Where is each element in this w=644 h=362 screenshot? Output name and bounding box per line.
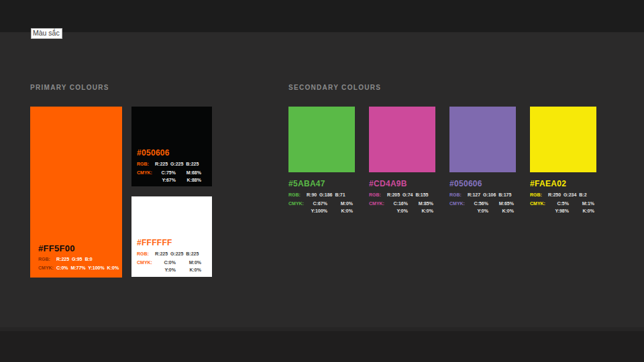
cmyk-label: CMYK: bbox=[288, 200, 307, 206]
cmyk-m: M:0% bbox=[189, 259, 201, 265]
cmyk-row: CMYK: C:67% M:0% Y:100% K:0% bbox=[288, 200, 355, 214]
cmyk-k: K:0% bbox=[421, 208, 433, 214]
cmyk-values: C:16% M:85% Y:0% K:0% bbox=[387, 200, 433, 214]
hex-label: #CD4A9B bbox=[369, 179, 435, 189]
rgb-row: RGB: R:225 G:95 B:0 bbox=[38, 256, 121, 262]
color-card-black: #050606 RGB: R:225 G:225 B:225 CMYK: C:7… bbox=[131, 107, 212, 186]
cmyk-label: CMYK: bbox=[38, 265, 56, 271]
rgb-label: RGB: bbox=[137, 161, 155, 167]
rgb-values: R:250 G:234 B:2 bbox=[548, 192, 587, 198]
cmyk-label: CMYK: bbox=[137, 259, 155, 265]
rgb-values: R:127 G:106 B:175 bbox=[468, 192, 511, 198]
cmyk-y: Y:100% bbox=[311, 208, 327, 214]
cmyk-label: CMYK: bbox=[137, 170, 155, 176]
cmyk-k: K:88% bbox=[187, 177, 201, 183]
hex-label: #FAEA02 bbox=[530, 179, 596, 189]
color-card-pink: #CD4A9B RGB: R:205 G:74 B:155 CMYK: C:16… bbox=[369, 107, 435, 214]
viewer-bottom-bar bbox=[0, 327, 644, 362]
cmyk-y: Y:0% bbox=[477, 208, 488, 214]
color-card-white: #FFFFFF RGB: R:225 G:225 B:225 CMYK: C:0… bbox=[131, 196, 212, 277]
cmyk-values: C:5% M:1% Y:98% K:0% bbox=[548, 200, 594, 214]
cmyk-y: Y:67% bbox=[162, 177, 176, 183]
cmyk-c: C:0% bbox=[164, 259, 176, 265]
section-primary-colours: PRIMARY COLOURS #FF5F00 RGB: R:225 G:95 … bbox=[30, 84, 212, 278]
cmyk-row: CMYK: C:16% M:85% Y:0% K:0% bbox=[369, 200, 435, 214]
cmyk-values: C:56% M:65% Y:0% K:0% bbox=[468, 200, 514, 214]
color-card-yellow: #FAEA02 RGB: R:250 G:234 B:2 CMYK: C:5% … bbox=[530, 107, 596, 214]
pink-swatch bbox=[369, 107, 435, 172]
hex-label: #5ABA47 bbox=[288, 179, 355, 189]
cmyk-label: CMYK: bbox=[369, 200, 387, 206]
cmyk-y: Y:0% bbox=[164, 267, 176, 273]
cmyk-m: M:1% bbox=[582, 200, 594, 206]
green-swatch bbox=[288, 107, 355, 172]
cmyk-c: C:16% bbox=[394, 200, 408, 206]
rgb-row: RGB: R:127 G:106 B:175 bbox=[449, 192, 516, 198]
color-card-orange: #FF5F00 RGB: R:225 G:95 B:0 CMYK: C:0% M… bbox=[30, 107, 122, 278]
cmyk-c: C:56% bbox=[474, 200, 488, 206]
color-card-green: #5ABA47 RGB: R:90 G:186 B:71 CMYK: C:67%… bbox=[288, 107, 355, 214]
cmyk-y: Y:0% bbox=[396, 208, 408, 214]
rgb-label: RGB: bbox=[369, 192, 387, 198]
cmyk-values: C:0% M:77% Y:100% K:0% bbox=[56, 265, 119, 271]
section-secondary-colours: SECONDARY COLOURS #5ABA47 RGB: R:90 G:18… bbox=[288, 84, 596, 214]
cmyk-c: C:75% bbox=[162, 170, 176, 176]
hex-label: #FFFFFF bbox=[137, 238, 209, 248]
rgb-row: RGB: R:90 G:186 B:71 bbox=[288, 192, 355, 198]
cmyk-row: CMYK: C:0% M:0% Y:0% K:0% bbox=[137, 259, 209, 273]
rgb-label: RGB: bbox=[38, 256, 56, 262]
purple-swatch bbox=[449, 107, 516, 172]
rgb-values: R:225 G:95 B:0 bbox=[56, 256, 93, 262]
secondary-cards: #5ABA47 RGB: R:90 G:186 B:71 CMYK: C:67%… bbox=[288, 107, 596, 214]
cmyk-m: M:85% bbox=[419, 200, 433, 206]
layer-name-tag[interactable]: Màu sắc bbox=[31, 28, 62, 39]
rgb-values: R:225 G:225 B:225 bbox=[155, 251, 199, 257]
yellow-swatch bbox=[530, 107, 596, 172]
cmyk-k: K:0% bbox=[189, 267, 201, 273]
hex-label: #FF5F00 bbox=[38, 243, 121, 253]
cmyk-row: CMYK: C:56% M:65% Y:0% K:0% bbox=[449, 200, 516, 214]
cmyk-k: K:0% bbox=[341, 208, 353, 214]
cmyk-values: C:67% M:0% Y:100% K:0% bbox=[307, 200, 353, 214]
cmyk-label: CMYK: bbox=[449, 200, 468, 206]
primary-right-column: #050606 RGB: R:225 G:225 B:225 CMYK: C:7… bbox=[131, 107, 212, 278]
secondary-colours-heading: SECONDARY COLOURS bbox=[288, 84, 596, 92]
rgb-label: RGB: bbox=[288, 192, 307, 198]
cmyk-k: K:0% bbox=[502, 208, 514, 214]
cmyk-m: M:65% bbox=[499, 200, 514, 206]
cmyk-values: C:75% M:68% Y:67% K:88% bbox=[155, 170, 201, 183]
cmyk-m: M:68% bbox=[186, 170, 201, 176]
primary-colours-heading: PRIMARY COLOURS bbox=[30, 84, 212, 92]
cmyk-y: Y:98% bbox=[555, 208, 570, 214]
rgb-label: RGB: bbox=[530, 192, 548, 198]
cmyk-label: CMYK: bbox=[530, 200, 548, 206]
cmyk-row: CMYK: C:5% M:1% Y:98% K:0% bbox=[530, 200, 596, 214]
rgb-label: RGB: bbox=[137, 251, 155, 257]
primary-cards: #FF5F00 RGB: R:225 G:95 B:0 CMYK: C:0% M… bbox=[30, 107, 212, 278]
rgb-values: R:90 G:186 B:71 bbox=[307, 192, 345, 198]
cmyk-m: M:0% bbox=[341, 200, 353, 206]
hex-label: #050606 bbox=[449, 179, 516, 189]
color-card-orange-text: #FF5F00 RGB: R:225 G:95 B:0 CMYK: C:0% M… bbox=[38, 243, 121, 271]
cmyk-c: C:67% bbox=[313, 200, 327, 206]
cmyk-row: CMYK: C:0% M:77% Y:100% K:0% bbox=[38, 265, 121, 271]
viewer-top-bar bbox=[0, 0, 644, 32]
rgb-values: R:205 G:74 B:155 bbox=[387, 192, 428, 198]
rgb-row: RGB: R:225 G:225 B:225 bbox=[137, 251, 209, 257]
color-card-purple: #050606 RGB: R:127 G:106 B:175 CMYK: C:5… bbox=[449, 107, 516, 214]
rgb-row: RGB: R:250 G:234 B:2 bbox=[530, 192, 596, 198]
cmyk-k: K:0% bbox=[582, 208, 594, 214]
cmyk-row: CMYK: C:75% M:68% Y:67% K:88% bbox=[137, 170, 209, 183]
rgb-row: RGB: R:225 G:225 B:225 bbox=[137, 161, 209, 167]
rgb-values: R:225 G:225 B:225 bbox=[155, 161, 199, 167]
cmyk-values: C:0% M:0% Y:0% K:0% bbox=[155, 259, 201, 273]
rgb-row: RGB: R:205 G:74 B:155 bbox=[369, 192, 435, 198]
rgb-label: RGB: bbox=[449, 192, 468, 198]
cmyk-c: C:5% bbox=[557, 200, 569, 206]
hex-label: #050606 bbox=[137, 148, 209, 158]
slide-viewport: Màu sắc PRIMARY COLOURS #FF5F00 RGB: R:2… bbox=[0, 0, 644, 362]
